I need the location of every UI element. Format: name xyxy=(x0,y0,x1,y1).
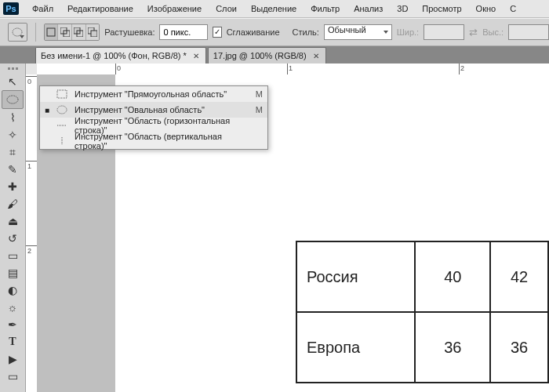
svg-point-8 xyxy=(7,96,18,103)
close-icon[interactable]: ✕ xyxy=(191,51,201,60)
tool-marquee[interactable] xyxy=(2,90,24,109)
flyout-label: Инструмент "Прямоугольная область" xyxy=(75,89,245,99)
ruler-corner xyxy=(26,64,38,75)
flyout-label: Инструмент "Область (вертикальная строка… xyxy=(75,132,245,151)
height-label: Выс.: xyxy=(482,27,504,37)
tool-healing[interactable]: ✚ xyxy=(2,178,23,195)
marquee-flyout: Инструмент "Прямоугольная область" M ■ И… xyxy=(39,85,268,150)
flyout-item-row[interactable]: Инструмент "Область (горизонтальная стро… xyxy=(40,118,267,133)
svg-point-10 xyxy=(57,106,67,114)
height-input xyxy=(508,24,549,40)
divider xyxy=(35,23,36,42)
tool-shape[interactable]: ▭ xyxy=(2,368,23,385)
width-input xyxy=(424,24,464,40)
antialias-checkbox[interactable]: ✓ xyxy=(213,27,221,38)
table-cell: 42 xyxy=(490,241,548,312)
document-tab[interactable]: Без имени-1 @ 100% (Фон, RGB/8) * ✕ xyxy=(35,47,206,64)
menu-analysis[interactable]: Анализ xyxy=(348,2,388,15)
mode-add[interactable] xyxy=(58,24,72,40)
tool-eyedropper[interactable]: ✎ xyxy=(2,161,23,178)
close-icon[interactable]: ✕ xyxy=(311,51,321,60)
selection-mode-group xyxy=(44,24,100,41)
menu-filter[interactable]: Фильтр xyxy=(305,2,345,15)
style-select[interactable]: Обычный xyxy=(324,24,392,40)
menu-help[interactable]: С xyxy=(504,2,522,15)
menu-edit[interactable]: Редактирование xyxy=(62,2,139,15)
tool-preset-picker[interactable] xyxy=(8,23,27,42)
flyout-shortcut: M xyxy=(252,105,263,114)
menu-view[interactable]: Просмотр xyxy=(416,2,467,15)
tool-stamp[interactable]: ⏏ xyxy=(2,212,23,230)
tool-move[interactable]: ↖ xyxy=(2,73,23,90)
mode-new[interactable] xyxy=(45,24,59,40)
tab-label: Без имени-1 @ 100% (Фон, RGB/8) * xyxy=(41,51,187,60)
swap-wh-icon: ⇄ xyxy=(469,27,478,38)
tool-path-select[interactable]: ▶ xyxy=(2,350,23,368)
flyout-shortcut: M xyxy=(252,89,263,99)
tool-brush[interactable]: 🖌 xyxy=(2,195,23,212)
document-tabstrip: Без имени-1 @ 100% (Фон, RGB/8) * ✕ 17.j… xyxy=(0,46,549,64)
marquee-rect-icon xyxy=(56,89,68,99)
ruler-vertical[interactable]: 0 1 2 xyxy=(26,74,38,392)
svg-rect-7 xyxy=(91,31,97,37)
mode-subtract[interactable] xyxy=(72,24,86,40)
document-tab[interactable]: 17.jpg @ 100% (RGB/8) ✕ xyxy=(208,47,326,64)
svg-rect-1 xyxy=(47,28,55,36)
tool-magic-wand[interactable]: ✧ xyxy=(2,126,23,143)
tool-gradient[interactable]: ▤ xyxy=(2,264,23,281)
feather-label: Растушевка: xyxy=(104,27,155,37)
flyout-item-col[interactable]: Инструмент "Область (вертикальная строка… xyxy=(40,133,267,149)
flyout-item-ellipse[interactable]: ■ Инструмент "Овальная область" M xyxy=(40,102,267,118)
width-label: Шир.: xyxy=(397,27,419,37)
tool-eraser[interactable]: ▭ xyxy=(2,247,23,264)
marquee-ellipse-icon xyxy=(12,27,23,38)
table-cell: 36 xyxy=(415,312,490,383)
canvas-zone: 0 1 2 0 1 2 Россия 40 42 Европа 36 36 xyxy=(26,64,549,392)
tool-pen[interactable]: ✒ xyxy=(2,316,23,333)
options-bar: Растушевка: ✓ Сглаживание Стиль: Обычный… xyxy=(0,18,549,46)
svg-point-0 xyxy=(13,28,22,36)
tool-dodge[interactable]: ☼ xyxy=(2,299,23,316)
tool-lasso[interactable]: ⌇ xyxy=(2,109,23,126)
flyout-item-rect[interactable]: Инструмент "Прямоугольная область" M xyxy=(40,86,267,102)
toolbox: ↖ ⌇ ✧ ⌗ ✎ ✚ 🖌 ⏏ ↺ ▭ ▤ ◐ ☼ ✒ T ▶ ▭ xyxy=(0,64,26,392)
flyout-label: Инструмент "Овальная область" xyxy=(75,105,245,114)
antialias-label: Сглаживание xyxy=(227,27,280,37)
tool-history-brush[interactable]: ↺ xyxy=(2,230,23,247)
table-row: Европа 36 36 xyxy=(296,312,548,383)
marquee-row-icon xyxy=(56,121,68,130)
menu-3d[interactable]: 3D xyxy=(391,2,413,15)
ruler-horizontal[interactable]: 0 1 2 xyxy=(37,64,549,75)
document-table: Россия 40 42 Европа 36 36 xyxy=(296,241,549,383)
table-cell: 40 xyxy=(415,241,490,312)
tool-type[interactable]: T xyxy=(2,333,23,350)
menubar: Ps Файл Редактирование Изображение Слои … xyxy=(0,0,549,18)
menu-image[interactable]: Изображение xyxy=(142,2,207,15)
menu-layers[interactable]: Слои xyxy=(210,2,242,15)
app-logo: Ps xyxy=(3,2,19,15)
menu-file[interactable]: Файл xyxy=(27,2,59,15)
bullet-icon: ■ xyxy=(45,106,49,114)
tab-label: 17.jpg @ 100% (RGB/8) xyxy=(213,51,307,60)
mode-intersect[interactable] xyxy=(86,24,100,40)
table-cell-label: Россия xyxy=(296,241,415,312)
svg-rect-9 xyxy=(57,90,67,98)
tool-blur[interactable]: ◐ xyxy=(2,281,23,299)
table-cell-label: Европа xyxy=(296,312,415,383)
menu-select[interactable]: Выделение xyxy=(245,2,302,15)
marquee-col-icon xyxy=(56,136,68,146)
feather-input[interactable] xyxy=(159,24,208,40)
table-cell: 36 xyxy=(490,312,548,383)
tool-crop[interactable]: ⌗ xyxy=(2,143,23,161)
table-row: Россия 40 42 xyxy=(296,241,548,312)
workarea: ↖ ⌇ ✧ ⌗ ✎ ✚ 🖌 ⏏ ↺ ▭ ▤ ◐ ☼ ✒ T ▶ ▭ 0 1 2 … xyxy=(0,64,549,392)
toolbox-grip[interactable] xyxy=(2,65,23,71)
marquee-ellipse-icon xyxy=(56,105,68,114)
style-label: Стиль: xyxy=(293,27,319,37)
menu-window[interactable]: Окно xyxy=(471,2,502,15)
